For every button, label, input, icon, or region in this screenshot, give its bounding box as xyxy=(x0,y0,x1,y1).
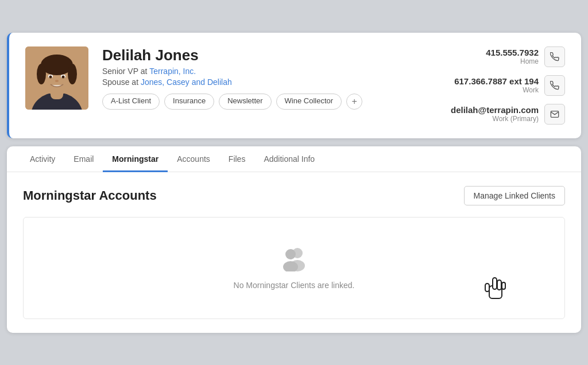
tag-a-list: A-List Client xyxy=(102,94,160,110)
tabs-section: Activity Email Morningstar Accounts File… xyxy=(7,146,581,333)
tag-newsletter: Newsletter xyxy=(219,94,271,110)
phone-home-number: 415.555.7932 xyxy=(486,48,539,57)
call-home-button[interactable] xyxy=(544,46,565,67)
svg-point-9 xyxy=(49,75,52,78)
contact-spouse: Spouse at Jones, Casey and Delilah xyxy=(102,77,432,87)
add-tag-button[interactable]: + xyxy=(346,94,362,110)
contact-info: Delilah Jones Senior VP at Terrapin, Inc… xyxy=(102,46,432,110)
company-link[interactable]: Terrapin, Inc. xyxy=(149,67,196,76)
tag-wine-collector: Wine Collector xyxy=(276,94,342,110)
tabs-bar: Activity Email Morningstar Accounts File… xyxy=(7,146,581,172)
svg-point-5 xyxy=(37,64,46,84)
empty-state: No Morningstar Clients are linked. xyxy=(23,217,565,319)
tab-content-morningstar: Morningstar Accounts Manage Linked Clien… xyxy=(7,172,581,333)
empty-state-message: No Morningstar Clients are linked. xyxy=(234,281,355,290)
empty-icon xyxy=(279,246,309,274)
phone-work-label: Work xyxy=(454,86,539,94)
tab-additional-info[interactable]: Additional Info xyxy=(254,146,324,172)
svg-point-11 xyxy=(55,80,59,82)
tab-email[interactable]: Email xyxy=(64,146,103,172)
manage-linked-clients-button[interactable]: Manage Linked Clients xyxy=(464,186,565,205)
tab-accounts[interactable]: Accounts xyxy=(168,146,219,172)
spouse-company-link[interactable]: Jones, Casey and Delilah xyxy=(141,77,232,87)
email-label: Work (Primary) xyxy=(451,115,539,123)
morningstar-title: Morningstar Accounts xyxy=(23,188,157,203)
contact-name: Delilah Jones xyxy=(102,46,432,64)
phone-home-label: Home xyxy=(486,57,539,65)
phone-work-number: 617.366.7887 ext 194 xyxy=(454,76,539,86)
svg-point-10 xyxy=(62,75,65,78)
tab-files[interactable]: Files xyxy=(219,146,255,172)
tag-insurance: Insurance xyxy=(164,94,214,110)
svg-point-6 xyxy=(68,64,77,84)
phone-work-group: 617.366.7887 ext 194 Work xyxy=(454,75,565,96)
tab-morningstar[interactable]: Morningstar xyxy=(103,146,168,172)
avatar xyxy=(25,46,88,110)
tags-list: A-List Client Insurance Newsletter Wine … xyxy=(102,94,432,110)
tab-activity[interactable]: Activity xyxy=(21,146,64,172)
contact-role: Senior VP at Terrapin, Inc. xyxy=(102,67,432,76)
email-group: delilah@terrapin.com Work (Primary) xyxy=(451,104,565,125)
contact-card: Delilah Jones Senior VP at Terrapin, Inc… xyxy=(7,33,581,138)
send-email-button[interactable] xyxy=(544,104,565,125)
phone-home-group: 415.555.7932 Home xyxy=(486,46,565,67)
email-address: delilah@terrapin.com xyxy=(451,105,539,115)
call-work-button[interactable] xyxy=(544,75,565,96)
svg-point-14 xyxy=(285,249,296,259)
contact-actions: 415.555.7932 Home 617.366.7887 ext 194 W… xyxy=(451,46,565,125)
